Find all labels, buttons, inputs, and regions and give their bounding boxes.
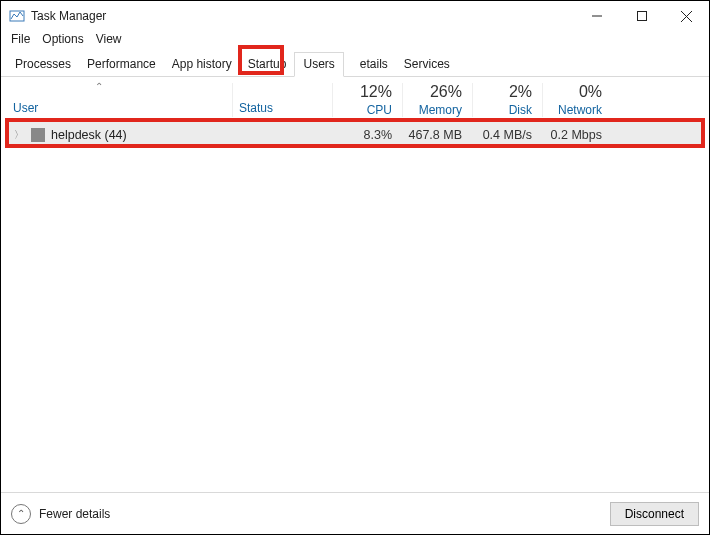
row-network: 0.2 Mbps [542,128,612,142]
disconnect-button[interactable]: Disconnect [610,502,699,526]
column-header-cpu[interactable]: 12% CPU [332,83,402,117]
fewer-details-toggle[interactable]: ⌃ Fewer details [11,504,110,524]
tab-app-history[interactable]: App history [164,53,240,76]
close-button[interactable] [664,1,709,31]
svg-rect-0 [10,11,24,21]
sort-ascending-icon: ⌃ [95,81,103,92]
task-manager-icon [9,8,25,24]
user-icon [31,128,45,142]
tab-performance[interactable]: Performance [79,53,164,76]
table-row[interactable]: 〉 helpdesk (44) 8.3% 467.8 MB 0.4 MB/s 0… [7,122,703,148]
chevron-right-icon[interactable]: 〉 [13,128,25,142]
row-cpu: 8.3% [332,128,402,142]
tab-users[interactable]: Users [294,52,343,77]
column-header-disk[interactable]: 2% Disk [472,83,542,117]
column-header-memory[interactable]: 26% Memory [402,83,472,117]
tab-processes[interactable]: Processes [7,53,79,76]
menubar: File Options View [1,31,709,51]
footer: ⌃ Fewer details Disconnect [1,492,709,534]
fewer-details-label: Fewer details [39,507,110,521]
column-header-network[interactable]: 0% Network [542,83,612,117]
menu-view[interactable]: View [92,32,126,46]
svg-line-3 [681,11,692,22]
users-table: ⌃ User Status 12% CPU 26% Memory 2% Disk… [7,83,703,483]
titlebar: Task Manager [1,1,709,31]
svg-rect-2 [637,12,646,21]
column-header-user[interactable]: ⌃ User [7,83,232,117]
tab-startup[interactable]: Startup [240,53,295,76]
tabstrip: Processes Performance App history Startu… [1,51,709,77]
window-title: Task Manager [31,9,106,23]
minimize-button[interactable] [574,1,619,31]
row-disk: 0.4 MB/s [472,128,542,142]
row-memory: 467.8 MB [402,128,472,142]
menu-file[interactable]: File [7,32,34,46]
menu-options[interactable]: Options [38,32,87,46]
tab-services[interactable]: Services [396,53,458,76]
chevron-up-circle-icon: ⌃ [11,504,31,524]
svg-line-4 [681,11,692,22]
row-user-label: helpdesk (44) [51,128,127,142]
table-header: ⌃ User Status 12% CPU 26% Memory 2% Disk… [7,83,703,122]
column-header-status[interactable]: Status [232,83,332,117]
tab-details[interactable]: etails [344,53,396,76]
maximize-button[interactable] [619,1,664,31]
